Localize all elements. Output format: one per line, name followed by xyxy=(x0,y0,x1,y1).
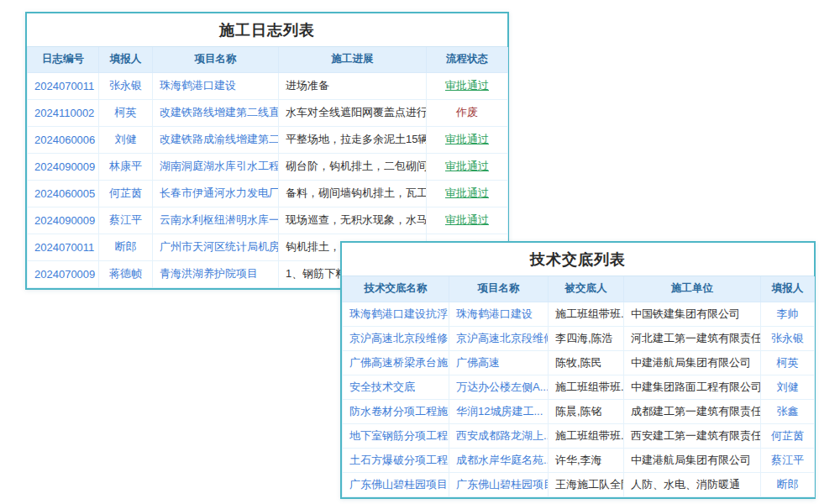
briefed-person-cell: 施工班组带班... xyxy=(549,302,624,326)
column-header-construction-unit: 施工单位 xyxy=(624,276,761,302)
status-link[interactable]: 作废 xyxy=(427,99,508,126)
disclosure-name-link[interactable]: 珠海鹤港口建设抗浮... xyxy=(343,302,449,326)
column-header-briefed-person: 被交底人 xyxy=(549,276,624,302)
reporter-cell[interactable]: 林康平 xyxy=(99,153,153,180)
project-name-link[interactable]: 广州市天河区统计局机房... xyxy=(153,234,279,260)
table-row: 2024110002 柯英 改建铁路线增建第二线直... 水车对全线遮阳网覆盖点… xyxy=(28,99,508,126)
column-header-log-id: 日志编号 xyxy=(28,47,99,72)
log-id-cell[interactable]: 2024060005 xyxy=(28,180,99,207)
project-name-link[interactable]: 京沪高速北京段维修 xyxy=(449,326,549,350)
status-link[interactable]: 审批通过 xyxy=(427,72,508,99)
table-row: 防水卷材分项工程施... 华润12城房建工... 陈晨,陈铭 成都建工第一建筑有… xyxy=(343,399,815,423)
disclosure-panel-title: 技术交底列表 xyxy=(342,243,814,276)
project-name-link[interactable]: 万达办公楼左侧A... xyxy=(449,375,549,399)
table-row: 2024060005 何芷茵 长春市伊通河水力发电厂... 备料，砌间墙钩机排土… xyxy=(28,180,508,207)
project-name-link[interactable]: 珠海鹤港口建设 xyxy=(153,72,279,99)
project-name-link[interactable]: 珠海鹤港口建设 xyxy=(449,302,549,326)
project-name-link[interactable]: 青海洪湖养护院项目 xyxy=(153,260,279,287)
disclosure-name-link[interactable]: 地下室钢筋分项工程... xyxy=(343,423,449,448)
reporter-cell[interactable]: 断郎 xyxy=(99,234,153,260)
progress-cell: 水车对全线遮阳网覆盖点进行... xyxy=(279,99,427,126)
log-id-cell[interactable]: 2024060006 xyxy=(28,126,99,153)
column-header-progress: 施工进展 xyxy=(279,47,427,72)
project-name-link[interactable]: 云南水利枢纽潜明水库一... xyxy=(153,207,279,234)
table-row: 安全技术交底 万达办公楼左侧A... 施工班组带班... 中建集团路面工程有限公… xyxy=(343,375,815,399)
reporter-cell[interactable]: 李帅 xyxy=(761,302,815,326)
construction-unit-cell: 成都建工第一建筑有限责任公司 xyxy=(624,399,761,423)
reporter-cell[interactable]: 张鑫 xyxy=(761,399,815,423)
reporter-cell[interactable]: 张永银 xyxy=(99,72,153,99)
reporter-cell[interactable]: 何芷茵 xyxy=(761,423,815,448)
project-name-link[interactable]: 西安成都路龙湖上... xyxy=(449,423,549,448)
log-id-cell[interactable]: 2024090009 xyxy=(28,207,99,234)
reporter-cell[interactable]: 柯英 xyxy=(761,350,815,375)
construction-unit-cell: 中建港航局集团有限公司 xyxy=(624,448,761,472)
reporter-cell[interactable]: 柯英 xyxy=(99,99,153,126)
construction-unit-cell: 人防、水电、消防暖通 xyxy=(624,472,761,496)
log-id-cell[interactable]: 2024070009 xyxy=(28,260,99,287)
log-id-cell[interactable]: 2024070011 xyxy=(28,234,99,260)
table-row: 2024090009 林康平 湖南洞庭湖水库引水工程... 砌台阶，钩机排土，二… xyxy=(28,153,508,180)
table-row: 京沪高速北京段维修... 京沪高速北京段维修 李四海,陈浩 河北建工第一建筑有限… xyxy=(343,326,815,350)
table-row: 广佛高速桥梁承台施... 广佛高速 陈牧,陈民 中建港航局集团有限公司 柯英 xyxy=(343,350,815,375)
construction-unit-cell: 中国铁建集团有限公司 xyxy=(624,302,761,326)
project-name-link[interactable]: 长春市伊通河水力发电厂... xyxy=(153,180,279,207)
reporter-cell[interactable]: 刘健 xyxy=(761,375,815,399)
log-id-cell[interactable]: 2024090009 xyxy=(28,153,99,180)
briefed-person-cell: 许华,李海 xyxy=(549,448,624,472)
log-id-cell[interactable]: 2024110002 xyxy=(28,99,99,126)
disclosure-name-link[interactable]: 广东佛山碧桂园项目... xyxy=(343,472,449,496)
project-name-link[interactable]: 改建铁路线增建第二线直... xyxy=(153,99,279,126)
disclosure-name-link[interactable]: 京沪高速北京段维修... xyxy=(343,326,449,350)
reporter-cell[interactable]: 张永银 xyxy=(761,326,815,350)
briefed-person-cell: 陈晨,陈铭 xyxy=(549,399,624,423)
log-id-cell[interactable]: 2024070011 xyxy=(28,72,99,99)
project-name-link[interactable]: 广佛高速 xyxy=(449,350,549,375)
construction-unit-cell: 中建集团路面工程有限公司 xyxy=(624,375,761,399)
table-row: 地下室钢筋分项工程... 西安成都路龙湖上... 施工班组带班... 西安建工第… xyxy=(343,423,815,448)
reporter-cell[interactable]: 蒋德帧 xyxy=(99,260,153,287)
progress-cell: 砌台阶，钩机排土，二包砌间... xyxy=(279,153,427,180)
disclosure-name-link[interactable]: 土石方爆破分项工程... xyxy=(343,448,449,472)
project-name-link[interactable]: 广东佛山碧桂园项目 xyxy=(449,472,549,496)
table-row: 土石方爆破分项工程... 成都水岸华庭名苑... 许华,李海 中建港航局集团有限… xyxy=(343,448,815,472)
column-header-status: 流程状态 xyxy=(427,47,508,72)
progress-cell: 进场准备 xyxy=(279,72,427,99)
briefed-person-cell: 施工班组带班... xyxy=(549,423,624,448)
status-link[interactable]: 审批通过 xyxy=(427,180,508,207)
reporter-cell[interactable]: 蔡江平 xyxy=(761,448,815,472)
column-header-project-name: 项目名称 xyxy=(449,276,549,302)
table-row: 广东佛山碧桂园项目... 广东佛山碧桂园项目 王海施工队全队 人防、水电、消防暖… xyxy=(343,472,815,496)
disclosure-name-link[interactable]: 广佛高速桥梁承台施... xyxy=(343,350,449,375)
column-header-reporter: 填报人 xyxy=(761,276,815,302)
progress-cell: 平整场地，拉走多余泥土15辆... xyxy=(279,126,427,153)
project-name-link[interactable]: 改建铁路成渝线增建第二... xyxy=(153,126,279,153)
column-header-reporter: 填报人 xyxy=(99,47,153,72)
briefed-person-cell: 王海施工队全队 xyxy=(549,472,624,496)
column-header-disclosure-name: 技术交底名称 xyxy=(343,276,449,302)
log-panel-title: 施工日志列表 xyxy=(27,13,507,47)
reporter-cell[interactable]: 刘健 xyxy=(99,126,153,153)
progress-cell: 现场巡查，无积水现象，水马... xyxy=(279,207,427,234)
project-name-link[interactable]: 华润12城房建工... xyxy=(449,399,549,423)
column-header-project-name: 项目名称 xyxy=(153,47,279,72)
project-name-link[interactable]: 湖南洞庭湖水库引水工程... xyxy=(153,153,279,180)
status-link[interactable]: 审批通过 xyxy=(427,153,508,180)
project-name-link[interactable]: 成都水岸华庭名苑... xyxy=(449,448,549,472)
status-link[interactable]: 审批通过 xyxy=(427,207,508,234)
construction-unit-cell: 西安建工第一建筑有限责任公司 xyxy=(624,423,761,448)
status-link[interactable]: 审批通过 xyxy=(427,126,508,153)
reporter-cell[interactable]: 蔡江平 xyxy=(99,207,153,234)
reporter-cell[interactable]: 何芷茵 xyxy=(99,180,153,207)
disclosure-name-link[interactable]: 防水卷材分项工程施... xyxy=(343,399,449,423)
construction-unit-cell: 中建港航局集团有限公司 xyxy=(624,350,761,375)
progress-cell: 备料，砌间墙钩机排土，瓦工... xyxy=(279,180,427,207)
disclosure-name-link[interactable]: 安全技术交底 xyxy=(343,375,449,399)
table-row: 2024070011 张永银 珠海鹤港口建设 进场准备 审批通过 xyxy=(28,72,508,99)
table-row: 2024090009 蔡江平 云南水利枢纽潜明水库一... 现场巡查，无积水现象… xyxy=(28,207,508,234)
construction-unit-cell: 河北建工第一建筑有限责任公司 xyxy=(624,326,761,350)
technical-disclosure-table: 技术交底名称 项目名称 被交底人 施工单位 填报人 珠海鹤港口建设抗浮... 珠… xyxy=(342,276,815,497)
briefed-person-cell: 施工班组带班... xyxy=(549,375,624,399)
reporter-cell[interactable]: 断郎 xyxy=(761,472,815,496)
technical-disclosure-panel: 技术交底列表 技术交底名称 项目名称 被交底人 施工单位 填报人 珠海鹤港口建设… xyxy=(340,241,816,499)
